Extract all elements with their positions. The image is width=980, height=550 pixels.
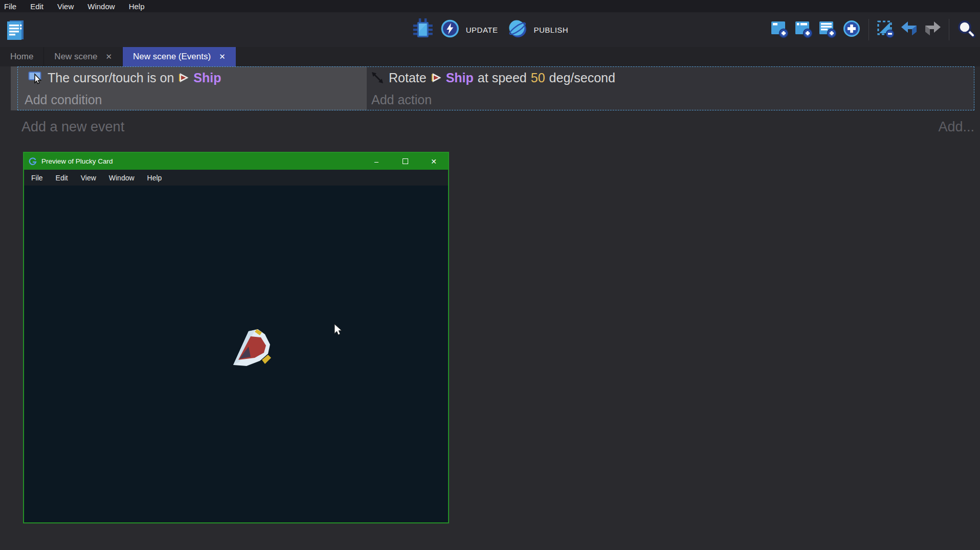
action-item[interactable]: Rotate Ship at speed 50 deg/second [367, 66, 974, 89]
tab-home[interactable]: Home [0, 47, 44, 66]
conditions-column[interactable]: The cursor/touch is on Ship Add conditio… [11, 66, 367, 110]
publish-globe-icon [507, 18, 528, 41]
add-action-button[interactable]: Add action [367, 89, 974, 110]
toolbar-separator [949, 19, 949, 40]
search-icon [956, 19, 976, 40]
main-toolbar: UPDATE PUBLISH [0, 12, 980, 47]
maximize-icon [403, 158, 408, 164]
add-comment-icon [818, 19, 837, 40]
add-condition-label: Add condition [25, 93, 102, 107]
preview-menu-edit[interactable]: Edit [56, 174, 68, 182]
condition-object-name: Ship [193, 71, 221, 85]
close-tab-icon[interactable]: ✕ [219, 52, 226, 61]
project-manager-button[interactable] [6, 19, 25, 43]
tab-label: Home [10, 52, 33, 62]
mouse-cursor-icon [333, 324, 343, 339]
condition-item[interactable]: The cursor/touch is on Ship [11, 66, 367, 89]
editor-tabbar: Home New scene ✕ New scene (Events) ✕ [0, 47, 980, 66]
add-comment-button[interactable] [818, 19, 837, 40]
redo-button[interactable] [923, 20, 942, 39]
cursor-on-object-icon [28, 71, 43, 85]
menu-file[interactable]: File [4, 2, 16, 11]
update-button[interactable] [440, 19, 460, 40]
publish-label[interactable]: PUBLISH [534, 26, 569, 34]
preview-menu-file[interactable]: File [31, 174, 43, 182]
preview-menu-view[interactable]: View [81, 174, 96, 182]
add-circle-icon [842, 19, 861, 40]
update-label[interactable]: UPDATE [466, 26, 498, 34]
maximize-button[interactable] [391, 153, 419, 170]
preview-window-title: Preview of Plucky Card [41, 157, 113, 165]
project-manager-icon [6, 19, 25, 43]
game-canvas[interactable] [24, 186, 448, 521]
tab-label: New scene (Events) [133, 52, 211, 62]
add-action-label: Add action [371, 93, 432, 107]
bug-icon [412, 17, 434, 42]
menu-edit[interactable]: Edit [30, 2, 43, 11]
gdevelop-logo-icon [29, 157, 37, 166]
add-condition-button[interactable]: Add condition [11, 89, 367, 110]
minimize-button[interactable]: – [362, 153, 391, 170]
menu-window[interactable]: Window [87, 2, 115, 11]
app-menubar: File Edit View Window Help [0, 0, 980, 12]
tab-new-scene[interactable]: New scene ✕ [44, 47, 123, 66]
menu-view[interactable]: View [57, 2, 74, 11]
undo-icon [900, 20, 919, 39]
preview-window: Preview of Plucky Card – ✕ File Edit Vie… [23, 152, 449, 523]
condition-text: The cursor/touch is on [48, 71, 174, 85]
menu-help[interactable]: Help [129, 2, 145, 11]
add-event-button[interactable] [770, 19, 789, 40]
add-subevent-icon [794, 19, 813, 40]
preview-menu-help[interactable]: Help [147, 174, 162, 182]
preview-menubar: File Edit View Window Help [24, 170, 448, 186]
ship-object-icon [431, 72, 442, 83]
close-tab-icon[interactable]: ✕ [105, 52, 112, 61]
search-events-button[interactable] [956, 19, 976, 40]
toolbar-separator [868, 19, 869, 40]
action-text: at speed [478, 71, 527, 85]
add-subevent-button[interactable] [794, 19, 813, 40]
close-button[interactable]: ✕ [419, 153, 448, 170]
add-event-icon [770, 19, 789, 40]
action-suffix: deg/second [549, 71, 615, 85]
debug-button[interactable] [412, 17, 434, 42]
choose-add-button[interactable] [842, 19, 861, 40]
action-verb: Rotate [389, 71, 427, 85]
event-row[interactable]: The cursor/touch is on Ship Add conditio… [11, 66, 974, 110]
lightning-icon [440, 19, 460, 40]
delete-selection-button[interactable] [876, 19, 896, 40]
tab-new-scene-events[interactable]: New scene (Events) ✕ [123, 47, 236, 66]
ship-object-icon [178, 72, 189, 83]
actions-column[interactable]: Rotate Ship at speed 50 deg/second Add a… [367, 66, 974, 110]
action-value: 50 [531, 71, 545, 85]
publish-button[interactable] [507, 18, 528, 41]
remove-selection-icon [876, 19, 896, 40]
tab-label: New scene [54, 52, 97, 62]
preview-titlebar[interactable]: Preview of Plucky Card – ✕ [24, 153, 448, 170]
ship-sprite [231, 325, 278, 374]
action-object-name: Ship [446, 71, 474, 85]
redo-icon [923, 20, 942, 39]
preview-menu-window[interactable]: Window [109, 174, 135, 182]
events-footer: Add a new event Add... [21, 118, 974, 136]
add-new-event-button[interactable]: Add a new event [21, 119, 124, 135]
rotate-arrows-icon [370, 71, 385, 85]
add-more-button[interactable]: Add... [938, 119, 974, 135]
undo-button[interactable] [900, 20, 919, 39]
